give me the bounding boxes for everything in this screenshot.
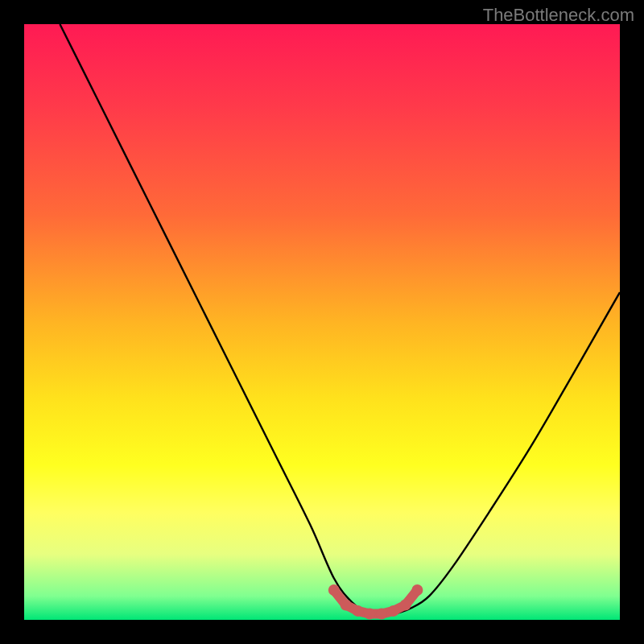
optimal-range-dot — [388, 605, 399, 617]
optimal-range-dot — [411, 584, 423, 596]
optimal-range-dot — [328, 584, 340, 596]
bottleneck-chart — [24, 24, 620, 620]
attribution-watermark: TheBottleneck.com — [483, 5, 634, 26]
optimal-range-dot — [364, 609, 375, 620]
optimal-range-dot — [352, 605, 363, 617]
optimal-range-dot — [400, 600, 411, 611]
bottleneck-curve — [60, 24, 620, 615]
chart-plot-area — [24, 24, 620, 620]
optimal-range-dot — [376, 609, 387, 620]
optimal-range-dot — [341, 600, 352, 611]
